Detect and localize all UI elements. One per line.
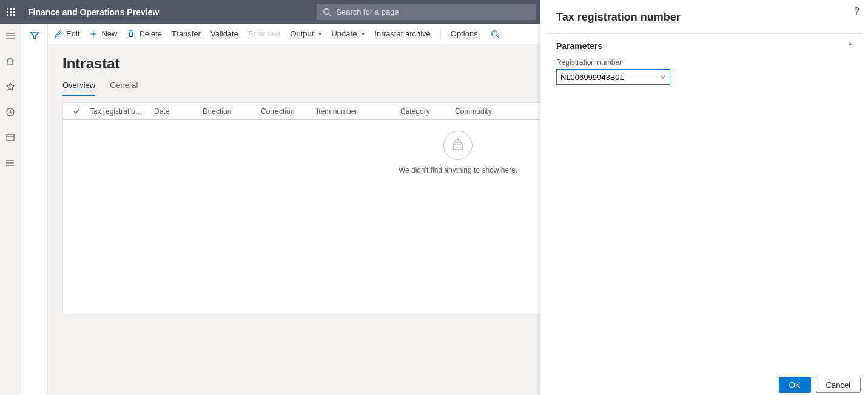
chevron-down-icon: ▾: [318, 30, 321, 37]
empty-message: We didn't find anything to show here.: [399, 166, 517, 174]
col-category[interactable]: Category: [395, 107, 450, 116]
nav-recent-icon[interactable]: [4, 106, 16, 118]
svg-point-9: [324, 8, 329, 14]
svg-rect-15: [7, 134, 14, 141]
svg-rect-8: [13, 14, 15, 16]
select-all-checkbox[interactable]: [68, 108, 85, 115]
filter-pane-toggle[interactable]: [21, 24, 48, 395]
svg-point-25: [491, 30, 497, 36]
col-correction[interactable]: Correction: [256, 107, 312, 116]
svg-rect-3: [7, 11, 8, 13]
svg-point-29: [460, 140, 460, 141]
svg-rect-6: [7, 14, 8, 16]
svg-rect-0: [7, 8, 8, 10]
col-item-number[interactable]: Item number: [312, 107, 395, 116]
col-commodity[interactable]: Commodity: [450, 107, 517, 116]
svg-point-28: [457, 139, 458, 139]
svg-line-10: [329, 13, 331, 16]
edit-button[interactable]: Edit: [54, 29, 79, 38]
registration-number-input[interactable]: [556, 69, 670, 85]
svg-rect-7: [10, 14, 12, 16]
svg-line-26: [496, 35, 499, 38]
svg-point-22: [7, 165, 7, 166]
delete-button[interactable]: Delete: [127, 29, 162, 38]
search-icon: [491, 30, 499, 38]
new-button[interactable]: New: [89, 29, 117, 38]
transfer-label: Transfer: [172, 29, 201, 38]
archive-label: Intrastat archive: [374, 29, 431, 38]
svg-point-20: [7, 161, 7, 161]
output-menu[interactable]: Output▾: [290, 29, 321, 38]
update-label: Update: [331, 29, 357, 38]
help-button[interactable]: ?: [854, 6, 860, 17]
ok-button[interactable]: OK: [779, 377, 811, 393]
field-label-registration-number: Registration number: [556, 58, 852, 67]
plus-icon: [89, 30, 98, 38]
find-button[interactable]: [488, 27, 502, 41]
update-menu[interactable]: Update▾: [331, 29, 365, 38]
col-tax-registration[interactable]: Tax registration num...: [85, 107, 149, 116]
new-label: New: [101, 29, 117, 38]
trash-icon: [127, 30, 135, 38]
transfer-button[interactable]: Transfer: [172, 29, 201, 38]
tab-overview[interactable]: Overview: [62, 81, 95, 96]
search-icon: [323, 8, 331, 16]
section-parameters: Parameters ˄ Registration number: [547, 33, 862, 90]
col-direction[interactable]: Direction: [198, 107, 256, 116]
app-title: Finance and Operations Preview: [22, 7, 159, 17]
col-date[interactable]: Date: [149, 107, 198, 116]
edit-label: Edit: [66, 29, 79, 38]
nav-home-icon[interactable]: [4, 55, 16, 67]
section-header-parameters[interactable]: Parameters ˄: [547, 34, 862, 53]
chevron-down-icon: ▾: [362, 30, 365, 37]
options-label: Options: [451, 29, 478, 38]
global-search[interactable]: Search for a page: [317, 4, 536, 20]
nav-rail: [0, 24, 21, 395]
error-text-button: Error text: [248, 29, 280, 38]
pencil-icon: [54, 30, 62, 38]
nav-favorites-icon[interactable]: [4, 81, 16, 93]
empty-box-icon: [443, 131, 473, 160]
options-button[interactable]: Options: [451, 29, 478, 38]
svg-rect-1: [10, 8, 12, 10]
output-label: Output: [290, 29, 314, 38]
error-text-label: Error text: [248, 29, 280, 38]
dialog-footer: OK Cancel: [540, 371, 868, 395]
validate-button[interactable]: Validate: [210, 29, 238, 38]
registration-number-combobox[interactable]: [556, 69, 670, 85]
chevron-up-icon: ˄: [849, 42, 852, 50]
dialog-title: Tax registration number: [540, 0, 868, 33]
tab-general[interactable]: General: [110, 81, 138, 96]
intrastat-archive-button[interactable]: Intrastat archive: [374, 29, 431, 38]
filter-icon: [30, 31, 39, 41]
svg-point-21: [7, 163, 7, 164]
search-placeholder: Search for a page: [336, 7, 399, 16]
nav-modules-icon[interactable]: [4, 157, 16, 169]
svg-point-27: [455, 140, 456, 141]
nav-hamburger-icon[interactable]: [4, 30, 16, 42]
app-launcher-icon[interactable]: [0, 0, 22, 24]
svg-rect-4: [10, 11, 12, 13]
separator: [440, 28, 441, 40]
check-icon: [73, 108, 80, 115]
svg-rect-5: [13, 11, 15, 13]
nav-workspaces-icon[interactable]: [4, 131, 16, 144]
dialog-tax-registration-number: ? Tax registration number Parameters ˄ R…: [540, 0, 868, 395]
delete-label: Delete: [139, 29, 162, 38]
cancel-button[interactable]: Cancel: [816, 377, 861, 393]
validate-label: Validate: [210, 29, 238, 38]
section-title: Parameters: [556, 41, 602, 51]
svg-rect-2: [13, 8, 15, 10]
